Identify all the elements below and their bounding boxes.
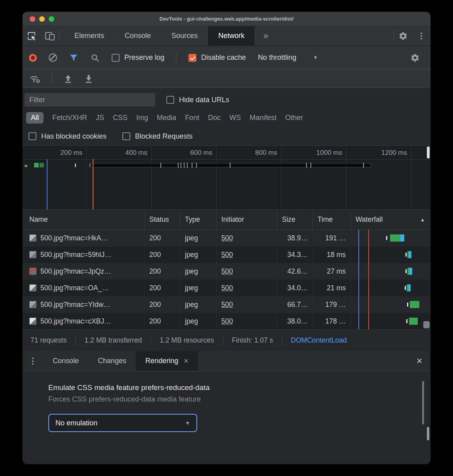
pill-font[interactable]: Font <box>185 114 199 122</box>
dcl-marker-line <box>358 230 359 329</box>
column-header-name[interactable]: Name <box>25 210 145 229</box>
table-row[interactable]: 500.jpg?hmac=JpQz…200jpeg50042.6…27 ms <box>23 263 430 280</box>
column-header-type[interactable]: Type <box>180 210 217 229</box>
pill-js[interactable]: JS <box>96 114 104 122</box>
pill-fetch-xhr[interactable]: Fetch/XHR <box>52 114 87 122</box>
overview-request-mark <box>89 163 91 167</box>
overview-condensed-waterfall <box>91 164 370 167</box>
zoom-window-button[interactable] <box>49 16 54 22</box>
column-header-status[interactable]: Status <box>145 210 180 229</box>
waterfall-tick <box>405 253 407 257</box>
sort-ascending-icon: ▲ <box>420 217 425 223</box>
disable-cache-checkbox[interactable]: Disable cache <box>188 53 246 62</box>
clear-network-log-icon[interactable] <box>49 53 57 62</box>
table-row[interactable]: 500.jpg?hmac=59hlJ…200jpeg50034.3…18 ms <box>23 246 430 263</box>
table-scrollbar-thumb[interactable] <box>423 321 430 328</box>
tab-console[interactable]: Console <box>114 26 161 46</box>
dcl-marker-line <box>47 159 48 209</box>
more-options-icon[interactable] <box>412 26 430 46</box>
waterfall-cell <box>351 313 430 329</box>
tab-sources[interactable]: Sources <box>161 26 208 46</box>
network-conditions-icon[interactable] <box>29 74 41 84</box>
has-blocked-cookies-label: Has blocked cookies <box>41 132 107 141</box>
waterfall-bar <box>410 301 419 308</box>
drawer-menu-icon[interactable] <box>23 351 43 371</box>
column-header-initiator[interactable]: Initiator <box>217 210 277 229</box>
search-icon[interactable] <box>90 53 100 63</box>
window-scrollbar-thumb[interactable] <box>427 427 429 440</box>
pill-img[interactable]: Img <box>136 114 148 122</box>
pill-ws[interactable]: WS <box>229 114 241 122</box>
has-blocked-cookies-checkbox[interactable]: Has blocked cookies <box>29 132 107 141</box>
settings-gear-icon[interactable] <box>394 26 412 46</box>
import-har-icon[interactable] <box>63 74 73 84</box>
separator <box>52 74 52 84</box>
network-overview-timeline[interactable]: 200 ms400 ms600 ms800 ms1000 ms1200 ms <box>23 146 430 210</box>
throttling-select[interactable]: No throttling ▼ <box>258 53 318 62</box>
network-conditions-toolbar <box>23 70 430 88</box>
checkbox-box-checked[interactable] <box>188 54 196 62</box>
pill-media[interactable]: Media <box>157 114 176 122</box>
drawer-tab-rendering[interactable]: Rendering× <box>136 351 198 371</box>
request-time-cell: 27 ms <box>313 263 351 280</box>
waterfall-tick <box>405 269 407 273</box>
devtools-window: DevTools - gui-challenges.web.app/media-… <box>23 12 430 464</box>
initiator-link[interactable]: 500 <box>221 284 233 292</box>
tab-network[interactable]: Network <box>208 26 255 46</box>
emulation-select[interactable]: No emulation ▼ <box>48 414 197 432</box>
hide-data-urls-checkbox[interactable]: Hide data URLs <box>166 96 229 104</box>
summary-item: 1.2 MB resources <box>151 336 223 345</box>
pill-doc[interactable]: Doc <box>208 114 221 122</box>
close-drawer-icon[interactable]: × <box>408 351 430 371</box>
overview-tick <box>310 163 311 168</box>
pill-other[interactable]: Other <box>285 114 303 122</box>
minimize-window-button[interactable] <box>39 16 45 22</box>
network-settings-gear-icon[interactable] <box>406 53 424 63</box>
summary-item: 71 requests <box>30 336 75 345</box>
more-tabs-button[interactable]: » <box>255 26 277 46</box>
table-row[interactable]: 500.jpg?hmac=OA_…200jpeg50034.0…21 ms <box>23 280 430 296</box>
initiator-link[interactable]: 500 <box>221 267 233 276</box>
waterfall-bar <box>408 284 411 291</box>
filter-funnel-icon[interactable] <box>69 53 78 63</box>
overview-request-mark <box>40 163 44 168</box>
pill-all[interactable]: All <box>26 112 44 124</box>
device-toolbar-icon[interactable] <box>41 26 59 46</box>
export-har-icon[interactable] <box>84 74 93 84</box>
drawer-tab-changes[interactable]: Changes <box>88 351 136 371</box>
table-row[interactable]: 500.jpg?hmac=YIdw…200jpeg50066.7…179 … <box>23 296 430 313</box>
drawer-tabs: ConsoleChangesRendering× <box>43 351 198 371</box>
initiator-link[interactable]: 500 <box>221 301 233 309</box>
overview-request-mark <box>34 163 39 168</box>
preserve-log-checkbox[interactable]: Preserve log <box>112 53 164 62</box>
column-header-time[interactable]: Time <box>313 210 351 229</box>
close-window-button[interactable] <box>30 16 35 22</box>
table-row[interactable]: 500.jpg?hmac=HkA…200jpeg50038.9…191 … <box>23 230 430 246</box>
initiator-link[interactable]: 500 <box>221 251 233 259</box>
tab-elements[interactable]: Elements <box>64 26 114 46</box>
record-network-log-icon[interactable] <box>29 54 37 62</box>
checkbox-box[interactable] <box>122 132 130 140</box>
table-row[interactable]: 500.jpg?hmac=cXBJ…200jpeg50038.0…178 … <box>23 313 430 329</box>
pill-css[interactable]: CSS <box>113 114 128 122</box>
inspect-element-icon[interactable] <box>23 26 41 46</box>
checkbox-box[interactable] <box>166 96 174 104</box>
column-header-size[interactable]: Size <box>277 210 313 229</box>
request-time-cell: 179 … <box>313 296 351 313</box>
request-name-cell: 500.jpg?hmac=cXBJ… <box>25 313 145 329</box>
blocked-requests-checkbox[interactable]: Blocked Requests <box>122 132 192 141</box>
close-tab-icon[interactable]: × <box>184 356 188 366</box>
request-status-cell: 200 <box>145 313 180 329</box>
checkbox-box[interactable] <box>29 132 36 140</box>
filter-input[interactable] <box>25 93 155 107</box>
initiator-link[interactable]: 500 <box>221 234 233 242</box>
traffic-lights <box>30 12 54 26</box>
pill-manifest[interactable]: Manifest <box>249 114 276 122</box>
drawer-scrollbar-thumb[interactable] <box>422 381 424 425</box>
drawer-tab-console[interactable]: Console <box>43 351 88 371</box>
overview-scrollbar[interactable] <box>427 147 430 158</box>
initiator-link[interactable]: 500 <box>221 317 233 326</box>
dom-content-loaded-stat: DOMContentLoad <box>282 336 347 345</box>
checkbox-box[interactable] <box>112 54 120 62</box>
column-header-waterfall[interactable]: Waterfall▲ <box>351 210 430 229</box>
